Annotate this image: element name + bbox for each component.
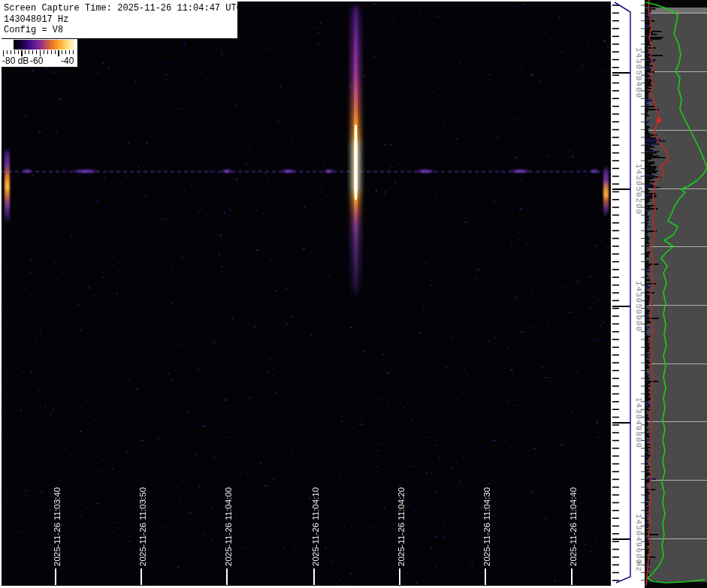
time-tick-mark (55, 568, 56, 585)
meteor-echo-main (351, 5, 361, 297)
time-tick-label: 2025-11-26 11:04:10 (311, 487, 320, 566)
freq-tick-label: 143050000 (634, 281, 643, 332)
time-tick-label: 2025-11-26 11:03:50 (138, 487, 147, 566)
time-tick-mark (485, 568, 486, 585)
db-label-60: -60 (30, 56, 43, 66)
time-tick-label: 2025-11-26 11:04:30 (482, 487, 491, 566)
spectrogram-capture-window: 2025-11-26 11:03:402025-11-26 11:03:5020… (0, 0, 707, 588)
carrier-blob (279, 168, 298, 174)
border-left (0, 0, 2, 588)
time-tick-mark (571, 568, 573, 585)
db-color-scale: -80 dB -60 -40 (2, 39, 77, 67)
color-scale-gradient (14, 40, 77, 50)
frequency-text: 143048017 Hz (4, 14, 237, 26)
live-spectrum-panel (645, 0, 707, 588)
capture-time-text: Screen Capture Time: 2025-11-26 11:04:47… (4, 3, 237, 14)
time-tick-label: 2025-11-26 11:04:20 (397, 487, 406, 566)
capture-info-box: Screen Capture Time: 2025-11-26 11:04:47… (2, 2, 237, 38)
freq-tick-label: 143050200 (634, 164, 643, 215)
time-tick-label: 2025-11-26 11:03:40 (53, 487, 62, 566)
carrier-blob (21, 168, 33, 174)
db-label-80: -80 dB (2, 56, 29, 66)
meteor-echo-body (5, 147, 10, 224)
noise-speckle-canvas (0, 0, 612, 588)
meteor-echo-right-edge (603, 165, 609, 216)
avg-spectrum-curve-red (646, 0, 669, 586)
spectrogram-waterfall: 2025-11-26 11:03:402025-11-26 11:03:5020… (0, 0, 612, 588)
time-tick-mark (140, 568, 142, 585)
time-tick-label: 2025-11-26 11:04:40 (569, 487, 578, 566)
time-tick-label: 2025-11-26 11:04:00 (224, 487, 233, 566)
meteor-echo-core (355, 125, 357, 200)
config-text: Config = V8 (4, 25, 237, 36)
spectrum-marker-dot (657, 118, 661, 122)
spectrum-curves (645, 0, 707, 588)
peak-spectrum-curve-green (645, 2, 707, 583)
db-label-40: -40 (61, 56, 74, 66)
freq-tick-label: 143049600 (634, 514, 643, 565)
carrier-blob (508, 168, 532, 174)
carrier-blob (71, 168, 101, 174)
freq-tick-label: 143050400 (634, 47, 643, 98)
freq-unit-label: Hz (634, 561, 643, 572)
carrier-blob (589, 168, 600, 174)
freq-tick-label: 143049800 (634, 397, 643, 448)
frequency-axis: 1430504001430502001430500001430498001430… (612, 0, 645, 588)
time-tick-mark (313, 568, 315, 585)
meteor-echo-body (603, 165, 609, 216)
time-tick-mark (226, 568, 228, 585)
time-tick-mark (399, 568, 400, 585)
carrier-blob (323, 168, 335, 174)
meteor-echo-left-edge (3, 147, 11, 224)
carrier-blob (221, 168, 233, 174)
carrier-blob (415, 168, 436, 174)
